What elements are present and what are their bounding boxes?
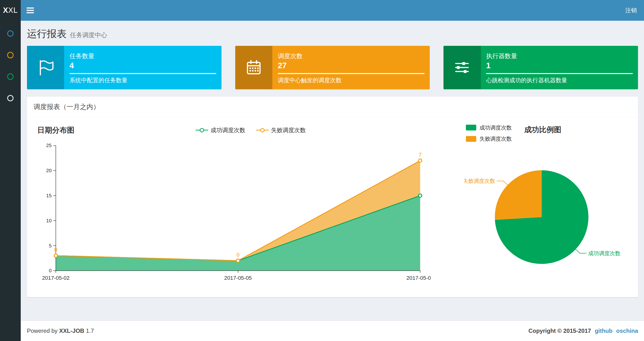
svg-text:2017-05-02: 2017-05-02: [42, 275, 70, 281]
sidebar-item-dashboard[interactable]: [0, 23, 21, 44]
footer-right: Copyright © 2015-2017 github oschina: [528, 327, 638, 334]
svg-text:2017-05-08: 2017-05-08: [406, 275, 431, 281]
main-content: 运行报表任务调度中心 任务数量 4 系统中配置的任务: [21, 21, 644, 341]
powered-by: Powered byXXL-JOB 1.7: [27, 327, 96, 334]
info-box-jobs: 任务数量 4 系统中配置的任务数量: [27, 46, 222, 89]
success-ratio-chart: 成功调度次数失败调度次数: [464, 143, 632, 281]
info-box-content: 任务数量 4 系统中配置的任务数量: [64, 46, 222, 89]
powered-by-text: Powered by: [27, 327, 58, 334]
pie-chart-title: 成功比例图: [524, 125, 562, 135]
info-box-triggers: 调度次数 27 调度中心触发的调度次数: [235, 46, 430, 89]
progress-bar: [278, 73, 424, 74]
info-box-row: 任务数量 4 系统中配置的任务数量: [27, 46, 638, 89]
legend-swatch-icon: [466, 125, 476, 130]
circle-icon: [7, 52, 14, 58]
sidebar-item-jobs[interactable]: [0, 44, 21, 66]
svg-text:2017-05-05: 2017-05-05: [224, 275, 252, 281]
product-version: 1.7: [86, 327, 94, 334]
info-box-value: 27: [278, 61, 424, 70]
legend-swatch-icon: [466, 136, 476, 142]
legend-item-fail[interactable]: 失败调度次数: [256, 126, 306, 134]
line-chart-legend: 成功调度次数 失败调度次数: [196, 125, 306, 136]
sidebar-item-logs[interactable]: [0, 66, 21, 87]
flag-icon: [27, 46, 64, 89]
info-box-value: 4: [70, 61, 216, 70]
circle-icon: [7, 95, 14, 102]
progress-bar: [486, 73, 633, 74]
pie-legend: 成功调度次数 失败调度次数: [466, 124, 512, 143]
line-chart-header: 日期分布图 成功调度次数 失败调度次数: [37, 125, 464, 136]
svg-text:10: 10: [46, 217, 52, 223]
sidebar: [0, 21, 21, 341]
page-title: 运行报表: [27, 28, 67, 39]
panel-body: 日期分布图 成功调度次数 失败调度次数: [27, 117, 638, 297]
legend-item-fail[interactable]: 失败调度次数: [466, 135, 512, 143]
svg-text:15: 15: [46, 193, 52, 198]
line-chart-title: 日期分布图: [37, 125, 75, 135]
info-box-title: 任务数量: [70, 52, 216, 60]
link-github[interactable]: github: [595, 327, 612, 334]
legend-label: 失败调度次数: [271, 126, 306, 134]
info-box-description: 调度中心触发的调度次数: [278, 77, 424, 84]
legend-label: 失败调度次数: [480, 135, 512, 143]
progress-bar: [70, 73, 216, 74]
svg-text:25: 25: [46, 143, 52, 148]
legend-label: 成功调度次数: [211, 126, 245, 134]
legend-item-success[interactable]: 成功调度次数: [466, 124, 512, 131]
line-circle-marker-icon: [256, 128, 269, 133]
svg-text:0: 0: [49, 268, 52, 273]
hamburger-icon: [26, 8, 34, 13]
date-distribution-chart: 05101520252017-05-022017-05-052017-05-08…: [33, 141, 464, 287]
info-box-executors: 执行器数量 1 心跳检测成功的执行器机器数量: [444, 46, 638, 89]
info-box-content: 执行器数量 1 心跳检测成功的执行器机器数量: [481, 46, 638, 89]
report-panel: 调度报表（一月之内） 日期分布图 成功调度次数: [27, 97, 638, 297]
pie-chart-header: 成功调度次数 失败调度次数 成功比例图: [466, 124, 632, 143]
info-box-description: 心跳检测成功的执行器机器数量: [486, 77, 633, 84]
app: XXL 注销 运行报表任务调度中心: [0, 0, 644, 341]
sliders-icon: [444, 46, 481, 89]
sidebar-item-executors[interactable]: [0, 87, 21, 109]
info-box-title: 执行器数量: [486, 52, 633, 60]
copyright: Copyright © 2015-2017: [528, 327, 591, 334]
page-subtitle: 任务调度中心: [70, 32, 107, 38]
panel-title: 调度报表（一月之内）: [34, 103, 100, 110]
info-box-description: 系统中配置的任务数量: [70, 77, 216, 84]
svg-text:0: 0: [237, 251, 240, 257]
panel-header: 调度报表（一月之内）: [27, 97, 638, 117]
navbar: XXL 注销: [0, 0, 644, 21]
footer: Powered byXXL-JOB 1.7 Copyright © 2015-2…: [21, 320, 644, 341]
logo-text: XL: [8, 6, 18, 15]
svg-text:7: 7: [419, 151, 422, 157]
circle-icon: [7, 30, 14, 37]
svg-text:0: 0: [54, 247, 57, 253]
content-header: 运行报表任务调度中心: [21, 21, 644, 41]
logo[interactable]: XXL: [0, 0, 21, 21]
line-circle-marker-icon: [196, 128, 208, 133]
legend-label: 成功调度次数: [480, 124, 512, 131]
logout-button[interactable]: 注销: [618, 0, 644, 21]
circle-icon: [7, 73, 14, 80]
navbar-right: 注销: [618, 0, 644, 21]
date-distribution-section: 日期分布图 成功调度次数 失败调度次数: [33, 122, 464, 287]
link-oschina[interactable]: oschina: [616, 327, 638, 334]
product-name: XXL-JOB: [59, 327, 84, 334]
success-ratio-section: 成功调度次数 失败调度次数 成功比例图 成功调度次数失败调度次数: [464, 122, 632, 281]
svg-text:5: 5: [49, 243, 52, 248]
svg-text:20: 20: [46, 168, 52, 173]
info-box-title: 调度次数: [278, 52, 424, 60]
svg-text:失败调度次数: 失败调度次数: [464, 178, 495, 184]
content: 任务数量 4 系统中配置的任务数量: [21, 41, 644, 297]
sidebar-toggle-button[interactable]: [21, 0, 40, 21]
info-box-value: 1: [486, 61, 633, 70]
calendar-icon: [235, 46, 272, 89]
legend-item-success[interactable]: 成功调度次数: [196, 126, 245, 134]
svg-text:成功调度次数: 成功调度次数: [588, 250, 620, 256]
logo-text-bold: X: [3, 6, 8, 15]
info-box-content: 调度次数 27 调度中心触发的调度次数: [272, 46, 430, 89]
